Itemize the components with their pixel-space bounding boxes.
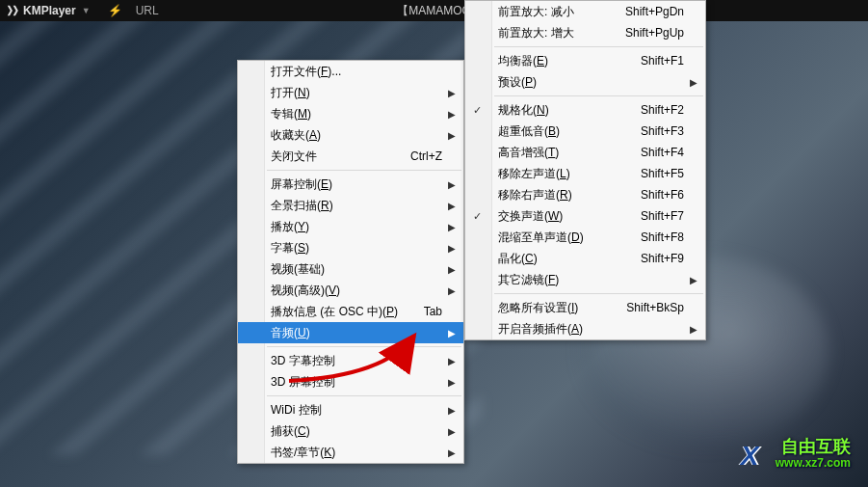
menu-item-label: 均衡器(E)	[498, 53, 618, 69]
menu-item[interactable]: 打开文件(F)...	[238, 61, 463, 82]
menu-item-label: 交换声道(W)	[498, 208, 618, 225]
menu-item[interactable]: 视频(基础)▶	[238, 258, 463, 280]
menu-item[interactable]: 关闭文件Ctrl+Z	[238, 146, 463, 167]
video-title: 【MAMAMOO	[0, 3, 868, 19]
submenu-arrow-icon: ▶	[448, 405, 456, 416]
submenu-arrow-icon: ▶	[448, 264, 456, 275]
menu-item-label: 3D 屏幕控制	[271, 374, 442, 391]
menu-item[interactable]: 前置放大: 增大Shift+PgUp	[465, 22, 705, 43]
menu-item-label: 混缩至单声道(D)	[498, 230, 618, 246]
submenu-arrow-icon: ▶	[448, 222, 456, 232]
menu-item[interactable]: 播放信息 (在 OSC 中)(P)Tab	[238, 301, 463, 322]
menu-separator	[494, 293, 703, 294]
menu-item[interactable]: 视频(高级)(V)▶	[238, 280, 463, 301]
menu-item-label: 其它滤镜(F)	[498, 272, 684, 288]
menu-item[interactable]: 3D 字幕控制▶	[238, 350, 463, 371]
menu-item[interactable]: 播放(Y)▶	[238, 216, 463, 237]
menu-separator	[267, 170, 461, 171]
menu-item[interactable]: WiDi 控制▶	[238, 399, 463, 420]
menu-item[interactable]: 打开(N)▶	[238, 82, 463, 103]
menu-item[interactable]: 均衡器(E)Shift+F1	[465, 50, 705, 71]
menu-item-shortcut: Shift+F8	[641, 230, 684, 244]
submenu-arrow-icon: ▶	[448, 130, 456, 141]
menu-group-4: 忽略所有设置(I)Shift+BkSp开启音频插件(A)▶	[465, 297, 705, 339]
menu-item-label: 忽略所有设置(I)	[498, 300, 603, 316]
app-name: KMPlayer	[23, 4, 76, 17]
menu-group-1: 前置放大: 减小Shift+PgDn前置放大: 增大Shift+PgUp	[465, 1, 705, 43]
menu-item-label: 播放(Y)	[271, 219, 442, 235]
submenu-arrow-icon: ▶	[448, 447, 456, 458]
menu-item[interactable]: 其它滤镜(F)▶	[465, 269, 705, 290]
menu-item-label: 音频(U)	[271, 325, 442, 341]
submenu-arrow-icon: ▶	[448, 109, 456, 120]
menu-item-label: 晶化(C)	[498, 251, 618, 267]
menu-item-shortcut: Shift+F5	[641, 167, 684, 180]
menu-item-label: 捕获(C)	[271, 423, 442, 440]
menu-item[interactable]: 3D 屏幕控制▶	[238, 371, 463, 392]
menu-group-3: ✓规格化(N)Shift+F2超重低音(B)Shift+F3高音增强(T)Shi…	[465, 99, 705, 290]
app-logo: KMPlayer	[6, 4, 76, 17]
menu-item[interactable]: 忽略所有设置(I)Shift+BkSp	[465, 297, 705, 318]
menu-item[interactable]: 字幕(S)▶	[238, 237, 463, 258]
menu-item[interactable]: ✓交换声道(W)Shift+F7	[465, 205, 705, 227]
menu-item-label: 高音增强(T)	[498, 145, 618, 161]
submenu-arrow-icon: ▶	[448, 426, 456, 437]
menu-item[interactable]: 开启音频插件(A)▶	[465, 318, 705, 339]
submenu-arrow-icon: ▶	[448, 285, 456, 296]
menu-item[interactable]: 专辑(M)▶	[238, 103, 463, 124]
menu-item-label: 播放信息 (在 OSC 中)(P)	[271, 304, 401, 320]
context-menu-audio: 前置放大: 减小Shift+PgDn前置放大: 增大Shift+PgUp 均衡器…	[464, 0, 706, 340]
check-icon: ✓	[473, 104, 482, 117]
menu-item[interactable]: 高音增强(T)Shift+F4	[465, 142, 705, 163]
menu-group-3: 3D 字幕控制▶3D 屏幕控制▶	[238, 350, 463, 392]
menu-item-shortcut: Ctrl+Z	[410, 149, 442, 163]
menu-item[interactable]: 音频(U)▶	[238, 322, 463, 343]
menu-item-label: 前置放大: 减小	[498, 4, 602, 20]
menu-item[interactable]: 收藏夹(A)▶	[238, 124, 463, 146]
menu-item[interactable]: 前置放大: 减小Shift+PgDn	[465, 1, 705, 22]
menu-item[interactable]: 书签/章节(K)▶	[238, 442, 463, 463]
menu-item[interactable]: 全景扫描(R)▶	[238, 195, 463, 216]
menu-item-shortcut: Shift+F3	[641, 124, 684, 138]
url-label[interactable]: URL	[136, 4, 159, 17]
watermark: X 自由互联 www.xz7.com	[776, 438, 851, 470]
menu-item-shortcut: Shift+F7	[641, 209, 684, 223]
menu-item-label: 开启音频插件(A)	[498, 321, 684, 338]
menu-group-2: 均衡器(E)Shift+F1预设(P)▶	[465, 50, 705, 93]
menu-item-label: 规格化(N)	[498, 102, 618, 119]
menu-item[interactable]: 超重低音(B)Shift+F3	[465, 121, 705, 142]
submenu-arrow-icon: ▶	[448, 356, 456, 366]
menu-item[interactable]: 捕获(C)▶	[238, 420, 463, 442]
submenu-arrow-icon: ▶	[448, 88, 456, 98]
menu-item-label: 前置放大: 增大	[498, 25, 602, 41]
menu-item-label: 书签/章节(K)	[271, 445, 442, 461]
menu-item-label: 专辑(M)	[271, 106, 442, 122]
bolt-icon[interactable]: ⚡	[108, 4, 122, 17]
submenu-arrow-icon: ▶	[448, 179, 456, 190]
context-menu-main: 打开文件(F)...打开(N)▶专辑(M)▶收藏夹(A)▶关闭文件Ctrl+Z …	[237, 60, 464, 464]
menu-item-shortcut: Shift+F6	[641, 188, 684, 202]
submenu-arrow-icon: ▶	[448, 201, 456, 211]
titlebar: KMPlayer ▼ ⚡ URL 【MAMAMOO	[0, 0, 868, 21]
menu-item[interactable]: 混缩至单声道(D)Shift+F8	[465, 227, 705, 248]
chevron-down-icon[interactable]: ▼	[82, 6, 91, 15]
menu-item-shortcut: Shift+BkSp	[626, 301, 684, 314]
menu-group-4: WiDi 控制▶捕获(C)▶书签/章节(K)▶	[238, 399, 463, 463]
menu-item-label: 打开文件(F)...	[271, 64, 442, 80]
kmplayer-icon	[6, 4, 19, 17]
menu-item-label: 视频(基础)	[271, 261, 442, 278]
menu-item-label: 3D 字幕控制	[271, 353, 442, 369]
menu-item[interactable]: 移除右声道(R)Shift+F6	[465, 184, 705, 205]
menu-item[interactable]: ✓规格化(N)Shift+F2	[465, 99, 705, 121]
menu-item[interactable]: 预设(P)▶	[465, 71, 705, 93]
menu-item-label: 全景扫描(R)	[271, 198, 442, 214]
menu-item[interactable]: 晶化(C)Shift+F9	[465, 248, 705, 269]
menu-item[interactable]: 屏幕控制(E)▶	[238, 174, 463, 195]
menu-item-label: 屏幕控制(E)	[271, 176, 442, 193]
menu-item-shortcut: Shift+PgUp	[625, 26, 684, 40]
submenu-arrow-icon: ▶	[448, 243, 456, 254]
menu-item-label: 预设(P)	[498, 74, 684, 91]
submenu-arrow-icon: ▶	[690, 275, 697, 285]
menu-item[interactable]: 移除左声道(L)Shift+F5	[465, 163, 705, 184]
menu-item-label: 字幕(S)	[271, 240, 442, 257]
